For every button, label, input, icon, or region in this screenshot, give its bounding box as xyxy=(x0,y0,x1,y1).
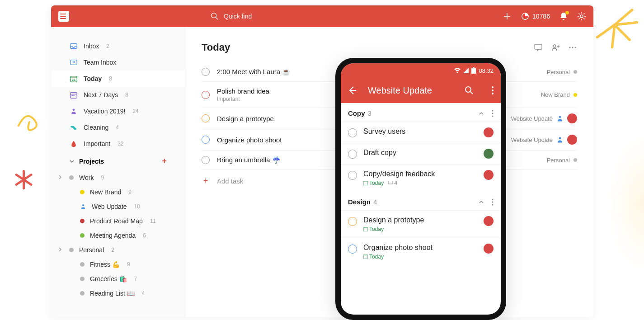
chevron-right-icon xyxy=(57,174,64,181)
search-input[interactable]: Quick find xyxy=(210,12,252,21)
phone-section-header[interactable]: Design 4 xyxy=(341,192,501,210)
phone-task-row[interactable]: Survey users xyxy=(341,122,501,143)
sidebar-item-today[interactable]: 21Today8 xyxy=(51,71,185,87)
notifications-button[interactable] xyxy=(559,12,568,21)
section-more-button[interactable] xyxy=(492,110,494,117)
project-item-web-update[interactable]: Web Update10 xyxy=(51,199,185,214)
task-title: Organize photo shoot xyxy=(217,136,282,144)
project-item-personal[interactable]: Personal 2 xyxy=(51,243,185,257)
task-checkbox[interactable] xyxy=(202,156,210,164)
project-color-dot xyxy=(80,275,85,282)
svg-point-42 xyxy=(492,93,494,94)
inbox-icon xyxy=(69,42,78,51)
phone-task-row[interactable]: Design a prototype Today xyxy=(341,210,501,238)
project-color-dot xyxy=(80,232,85,239)
project-label: Work xyxy=(79,174,94,181)
projects-label: Projects xyxy=(79,158,104,165)
sidebar-item-vacation-2019-[interactable]: Vacation 2019!24 xyxy=(51,103,185,119)
project-item-meeting-agenda[interactable]: Meeting Agenda6 xyxy=(51,228,185,243)
svg-rect-14 xyxy=(71,60,77,65)
assignee-avatar xyxy=(484,170,494,180)
chevron-up-icon[interactable] xyxy=(478,199,484,205)
svg-point-32 xyxy=(559,116,561,118)
project-item-groceries-[interactable]: Groceries 🛍️7 xyxy=(51,272,185,286)
karma-button[interactable]: 10786 xyxy=(521,12,550,21)
task-checkbox[interactable] xyxy=(348,217,357,226)
assignee-icon xyxy=(556,115,564,122)
svg-point-23 xyxy=(73,108,75,111)
svg-point-41 xyxy=(492,89,494,91)
more-button[interactable] xyxy=(568,43,577,52)
assignee-icon xyxy=(556,136,564,143)
project-item-product-road-map[interactable]: Product Road Map11 xyxy=(51,214,185,228)
project-color-dot xyxy=(80,188,85,196)
task-meta: Website Update xyxy=(511,113,577,123)
svg-point-31 xyxy=(575,47,576,48)
task-title: Copy/design feedback xyxy=(363,170,477,178)
project-count: 11 xyxy=(150,218,156,224)
project-count: 6 xyxy=(143,232,146,239)
phone-status-bar: 08:32 xyxy=(341,63,501,78)
svg-point-40 xyxy=(492,86,494,88)
svg-rect-51 xyxy=(363,227,368,231)
svg-point-49 xyxy=(492,201,494,202)
phone-search-button[interactable] xyxy=(465,86,474,95)
person-icon xyxy=(69,107,78,116)
sidebar-item-cleaning[interactable]: Cleaning4 xyxy=(51,119,185,136)
task-checkbox[interactable] xyxy=(202,136,210,144)
phone-time: 08:32 xyxy=(479,67,494,74)
signal-icon xyxy=(463,68,469,73)
task-checkbox[interactable] xyxy=(202,114,210,122)
svg-line-39 xyxy=(470,92,473,94)
notification-dot xyxy=(565,11,569,14)
phone-section-header[interactable]: Copy 3 xyxy=(341,103,501,122)
task-checkbox[interactable] xyxy=(348,171,357,180)
task-subtitle: Important xyxy=(217,96,269,102)
phone-task-row[interactable]: Draft copy xyxy=(341,143,501,164)
task-checkbox[interactable] xyxy=(202,91,210,99)
task-body: Organize photo shoot xyxy=(217,136,282,144)
project-count: 10 xyxy=(134,203,140,210)
section-more-button[interactable] xyxy=(492,198,494,206)
project-count: 9 xyxy=(101,174,104,181)
project-item-work[interactable]: Work 9 xyxy=(51,170,185,185)
back-button[interactable] xyxy=(348,86,357,95)
settings-button[interactable] xyxy=(577,12,586,21)
task-meta: Personal xyxy=(547,157,577,164)
phone-task-row[interactable]: Organize photo shoot Today xyxy=(341,238,501,265)
chevron-up-icon[interactable] xyxy=(478,110,484,117)
karma-value: 10786 xyxy=(532,13,550,20)
task-meta: New Brand xyxy=(541,91,577,98)
task-checkbox[interactable] xyxy=(348,150,357,159)
comments-button[interactable] xyxy=(534,43,543,52)
task-body: Bring an umbrella ☔ xyxy=(217,156,281,164)
assignee-avatar xyxy=(484,216,494,226)
task-title: Design a prototype xyxy=(363,216,477,224)
decor-star xyxy=(11,167,36,192)
svg-rect-21 xyxy=(72,95,73,96)
add-project-button[interactable]: + xyxy=(162,156,167,166)
share-button[interactable] xyxy=(551,43,560,52)
svg-rect-25 xyxy=(535,44,542,49)
sidebar-item-team-inbox[interactable]: Team Inbox xyxy=(51,54,185,71)
sidebar-item-inbox[interactable]: Inbox2 xyxy=(51,38,185,54)
svg-point-44 xyxy=(492,113,494,114)
sidebar-item-count: 2 xyxy=(106,43,109,49)
decor-swirl xyxy=(11,104,47,140)
project-item-reading-list-[interactable]: Reading List 📖4 xyxy=(51,286,185,301)
task-checkbox[interactable] xyxy=(348,128,357,137)
svg-rect-22 xyxy=(73,95,75,96)
add-button[interactable] xyxy=(503,12,512,21)
sidebar-item-count: 32 xyxy=(118,141,123,147)
projects-section[interactable]: Projects + xyxy=(51,152,185,170)
task-checkbox[interactable] xyxy=(348,245,357,254)
sidebar-item-next-7-days[interactable]: Next 7 Days8 xyxy=(51,87,185,103)
phone-more-button[interactable] xyxy=(492,86,494,94)
project-item-new-brand[interactable]: New Brand9 xyxy=(51,185,185,199)
task-title: Polish brand idea xyxy=(217,87,269,95)
task-checkbox[interactable] xyxy=(202,68,210,76)
sidebar-item-important[interactable]: Important32 xyxy=(51,136,185,152)
project-item-fitness-[interactable]: Fitness 💪9 xyxy=(51,257,185,272)
phone-task-row[interactable]: Copy/design feedback Today 4 xyxy=(341,164,501,192)
task-title: Draft copy xyxy=(363,149,477,157)
